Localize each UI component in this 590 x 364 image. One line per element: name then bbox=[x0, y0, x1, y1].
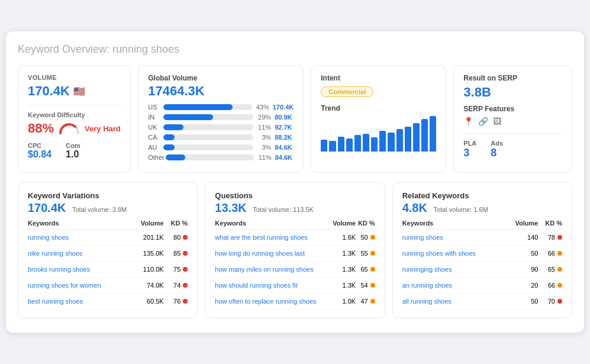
bar-track bbox=[163, 124, 253, 130]
table-row: how long do running shoes last 1.3K 55 bbox=[215, 246, 375, 262]
keyword-link[interactable]: running shoes bbox=[28, 234, 69, 241]
related-keywords-card: Related Keywords 4.8K Total volume: 1.6M… bbox=[392, 182, 572, 318]
table-cell-kd: 75 bbox=[164, 262, 188, 278]
table-cell-kd: 65 bbox=[538, 262, 562, 278]
keyword-link[interactable]: an running shoes bbox=[402, 282, 452, 289]
keyword-link[interactable]: running shoes for women bbox=[28, 282, 101, 289]
bar-row: UK 11% 92.7K bbox=[148, 124, 294, 131]
table-cell-volume: 1.3K bbox=[330, 278, 356, 294]
bar-rows: US 43% 170.4K IN 29% 80.9K UK 11% 92.7K … bbox=[148, 104, 294, 161]
pla-item: PLA 3 bbox=[463, 140, 476, 159]
kv-count: 170.4K bbox=[28, 201, 66, 214]
title-keyword: running shoes bbox=[109, 43, 179, 55]
link-icon: 🔗 bbox=[478, 117, 488, 126]
bar-num: 84.6K bbox=[275, 154, 294, 161]
trend-bar bbox=[413, 123, 420, 152]
questions-card: Questions 13.3K Total volume: 113.5K Key… bbox=[205, 182, 385, 318]
trend-chart bbox=[321, 116, 436, 152]
bar-row: Other 11% 84.6K bbox=[148, 154, 294, 161]
table-cell-keyword[interactable]: all running shoes bbox=[402, 294, 506, 310]
table-cell-kd: 54 bbox=[356, 278, 375, 294]
kv-section-title: Keyword Variations bbox=[28, 191, 188, 200]
cpc-value: $0.84 bbox=[28, 149, 51, 160]
table-cell-keyword[interactable]: brooks running shoes bbox=[28, 262, 131, 278]
table-cell-keyword[interactable]: running shoes bbox=[402, 230, 506, 246]
rk-table: Keywords Volume KD % running shoes 140 7… bbox=[402, 216, 562, 310]
table-cell-keyword[interactable]: nike running shoes bbox=[28, 246, 131, 262]
bar-num: 92.7K bbox=[275, 124, 294, 131]
table-row: running shoes with shoes 50 66 bbox=[402, 246, 562, 262]
keyword-link[interactable]: all running shoes bbox=[402, 298, 452, 305]
q-section-title: Questions bbox=[215, 191, 375, 200]
keyword-link[interactable]: how often to replace running shoes bbox=[215, 298, 316, 305]
table-cell-keyword[interactable]: what are the best running shoes bbox=[215, 230, 330, 246]
volume-card: Volume 170.4K 🇺🇸 Keyword Difficulty 88% … bbox=[18, 65, 131, 173]
table-cell-kd: 80 bbox=[164, 230, 188, 246]
table-cell-keyword[interactable]: runninging shoes bbox=[402, 262, 506, 278]
table-row: how many miles on running shoes 1.3K 65 bbox=[215, 262, 375, 278]
top-cards-row: Volume 170.4K 🇺🇸 Keyword Difficulty 88% … bbox=[18, 65, 572, 173]
table-cell-keyword[interactable]: best running shoes bbox=[28, 294, 131, 310]
trend-bar bbox=[321, 140, 327, 152]
table-cell-volume: 1.6K bbox=[330, 230, 356, 246]
table-cell-keyword[interactable]: running shoes with shoes bbox=[402, 246, 506, 262]
table-row: running shoes 201.1K 80 bbox=[28, 230, 188, 246]
bar-row: CA 3% 88.2K bbox=[148, 134, 294, 141]
table-cell-keyword[interactable]: running shoes bbox=[28, 230, 131, 246]
table-row: runninging shoes 90 65 bbox=[402, 262, 562, 278]
table-row: what are the best running shoes 1.6K 50 bbox=[215, 230, 375, 246]
intent-label: Intent bbox=[321, 74, 436, 82]
table-cell-keyword[interactable]: how many miles on running shoes bbox=[215, 262, 330, 278]
pla-ads-row: PLA 3 Ads 8 bbox=[463, 140, 562, 159]
bar-country: CA bbox=[148, 134, 160, 141]
global-volume-label: Global Volume bbox=[148, 74, 294, 82]
keyword-link[interactable]: best running shoes bbox=[28, 298, 83, 305]
global-volume-value: 17464.3K bbox=[148, 83, 294, 99]
table-cell-keyword[interactable]: running shoes for women bbox=[28, 278, 131, 294]
keyword-link[interactable]: how many miles on running shoes bbox=[215, 266, 313, 273]
table-cell-kd: 50 bbox=[356, 230, 375, 246]
table-cell-keyword[interactable]: how long do running shoes last bbox=[215, 246, 330, 262]
kd-label: Keyword Difficulty bbox=[28, 111, 121, 118]
bar-pct: 29% bbox=[257, 114, 271, 121]
keyword-link[interactable]: what are the best running shoes bbox=[215, 234, 308, 241]
kd-dot bbox=[370, 267, 375, 272]
table-cell-keyword[interactable]: how should running shoes fit bbox=[215, 278, 330, 294]
bar-country: IN bbox=[148, 114, 160, 121]
table-cell-volume: 201.1K bbox=[131, 230, 164, 246]
kv-table: Keywords Volume KD % running shoes 201.1… bbox=[28, 216, 188, 310]
keyword-link[interactable]: how long do running shoes last bbox=[215, 250, 305, 257]
serp-label: Result on SERP bbox=[463, 74, 562, 82]
q-col-volume: Volume bbox=[330, 216, 356, 230]
trend-bar bbox=[371, 137, 378, 152]
keyword-link[interactable]: runninging shoes bbox=[402, 266, 452, 273]
bar-fill bbox=[163, 104, 233, 110]
rk-total-volume: Total volume: 1.6M bbox=[433, 206, 488, 213]
table-cell-kd: 78 bbox=[538, 230, 562, 246]
bar-track bbox=[166, 154, 254, 160]
image-icon: 🖼 bbox=[493, 117, 501, 126]
bottom-cards-row: Keyword Variations 170.4K Total volume: … bbox=[18, 182, 572, 318]
table-cell-keyword[interactable]: how often to replace running shoes bbox=[215, 294, 330, 310]
keyword-link[interactable]: running shoes with shoes bbox=[402, 250, 476, 257]
keyword-link[interactable]: running shoes bbox=[402, 234, 443, 241]
keyword-link[interactable]: brooks running shoes bbox=[28, 266, 90, 273]
bar-track bbox=[163, 114, 253, 120]
trend-bar bbox=[379, 131, 386, 152]
com-label: Com bbox=[66, 142, 80, 149]
table-cell-kd: 74 bbox=[164, 278, 188, 294]
q-table: Keywords Volume KD % what are the best r… bbox=[215, 216, 375, 310]
serp-features-label: SERP Features bbox=[463, 105, 562, 113]
q-total-volume: Total volume: 113.5K bbox=[253, 206, 314, 213]
serp-value: 3.8B bbox=[463, 85, 562, 100]
trend-bar bbox=[430, 116, 436, 152]
cpc-com-row: CPC $0.84 Com 1.0 bbox=[28, 142, 121, 160]
kd-dot bbox=[183, 235, 188, 240]
table-cell-volume: 60.5K bbox=[131, 294, 164, 310]
cpc-label: CPC bbox=[28, 142, 51, 149]
keyword-link[interactable]: nike running shoes bbox=[28, 250, 82, 257]
keyword-link[interactable]: how should running shoes fit bbox=[215, 282, 297, 289]
table-cell-keyword[interactable]: an running shoes bbox=[402, 278, 506, 294]
serp-feature-icons: 📍 🔗 🖼 bbox=[463, 117, 562, 126]
table-cell-volume: 135.0K bbox=[131, 246, 164, 262]
